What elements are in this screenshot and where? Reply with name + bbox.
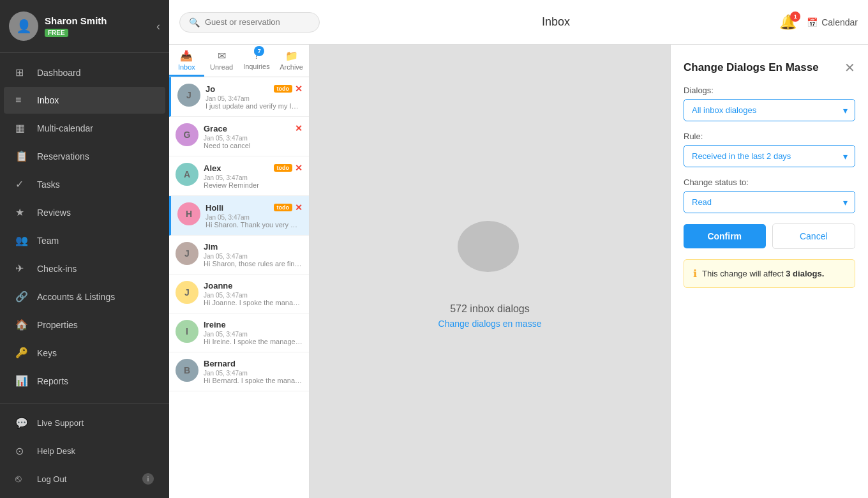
msg-content: Alex todo ✕ Jan 05, 3:47am Review Remind… — [204, 163, 303, 189]
msg-name: Jo — [206, 84, 215, 94]
status-select-wrapper: Read Unread Archived ▾ — [684, 191, 855, 213]
sidebar-item-team[interactable]: 👥 Team — [4, 227, 165, 254]
message-item[interactable]: B Bernard Jan 05, 3:47am Hi Bernard. I s… — [169, 352, 309, 391]
msg-date: Jan 05, 3:47am — [204, 135, 303, 142]
msg-name: Joanne — [204, 281, 233, 290]
calendar-button[interactable]: 📅 Calendar — [807, 17, 858, 27]
sidebar-item-reports[interactable]: 📊 Reports — [4, 367, 165, 395]
message-item[interactable]: J Jim Jan 05, 3:47am Hi Sharon, those ru… — [169, 236, 309, 275]
close-badge[interactable]: ✕ — [295, 84, 303, 94]
topbar-actions: 🔔 1 📅 Calendar — [779, 14, 858, 31]
accounts-icon: 🔗 — [15, 290, 29, 303]
msg-header: Jo todo ✕ — [206, 84, 303, 94]
sidebar-item-tasks[interactable]: ✓ Tasks — [4, 170, 165, 198]
status-field: Change status to: Read Unread Archived ▾ — [684, 177, 855, 213]
message-item[interactable]: J Joanne Jan 05, 3:47am Hi Joanne. I spo… — [169, 275, 309, 313]
modal-title: Change Dialogs En Masse — [684, 61, 819, 74]
sidebar-item-label: Tasks — [37, 179, 60, 190]
sidebar-item-reservations[interactable]: 📋 Reservations — [4, 142, 165, 170]
msg-badges: todo ✕ — [274, 163, 303, 173]
msg-header: Joanne — [204, 281, 303, 290]
message-item[interactable]: H Holli todo ✕ Jan 05, 3:47am Hi Sharon.… — [169, 196, 309, 236]
calendar-icon: ▦ — [15, 122, 29, 134]
msg-name: Alex — [204, 163, 221, 173]
sidebar-item-help-desk[interactable]: ⊙ Help Desk — [4, 437, 165, 465]
sidebar-nav: ⊞ Dashboard ≡ Inbox ▦ Multi-calendar 📋 R… — [0, 53, 169, 403]
msg-content: Jo todo ✕ Jan 05, 3:47am I just update a… — [206, 84, 303, 110]
reports-icon: 📊 — [15, 375, 29, 387]
msg-date: Jan 05, 3:47am — [204, 370, 303, 377]
search-icon: 🔍 — [189, 17, 200, 27]
search-box[interactable]: 🔍 — [179, 12, 320, 33]
sidebar-item-label: Help Desk — [37, 446, 75, 456]
status-select[interactable]: Read Unread Archived — [684, 191, 855, 213]
msg-header: Holli todo ✕ — [206, 202, 303, 213]
msg-date: Jan 05, 3:47am — [204, 174, 303, 181]
message-item[interactable]: A Alex todo ✕ Jan 05, 3:47am Review Remi… — [169, 156, 309, 196]
inbox-tab-icon: 📥 — [180, 50, 193, 62]
rule-field: Rule: Received in the last 2 days Receiv… — [684, 132, 855, 167]
warning-icon: ℹ — [693, 268, 697, 280]
collapse-button[interactable]: ‹ — [156, 20, 160, 33]
inbox-title: Inbox — [333, 15, 779, 29]
msg-content: Grace ✕ Jan 05, 3:47am Need to cancel — [204, 123, 303, 149]
sidebar-item-reviews[interactable]: ★ Reviews — [4, 199, 165, 226]
sidebar-item-log-out[interactable]: ⎋ Log Out i — [4, 465, 165, 492]
msg-date: Jan 05, 3:47am — [206, 95, 303, 102]
confirm-button[interactable]: Confirm — [684, 224, 766, 248]
msg-content: Joanne Jan 05, 3:47am Hi Joanne. I spoke… — [204, 281, 303, 306]
sidebar-item-accounts-listings[interactable]: 🔗 Accounts & Listings — [4, 283, 165, 310]
msg-header: Alex todo ✕ — [204, 163, 303, 173]
dialogs-select[interactable]: All inbox dialoges Unread only Archived … — [684, 99, 855, 121]
sidebar-item-multi-calendar[interactable]: ▦ Multi-calendar — [4, 114, 165, 142]
tab-archive[interactable]: 📁 Archive — [274, 45, 309, 77]
close-badge[interactable]: ✕ — [295, 202, 303, 213]
search-input[interactable] — [205, 17, 307, 27]
msg-content: Bernard Jan 05, 3:47am Hi Bernard. I spo… — [204, 359, 303, 384]
sidebar-item-label: Properties — [37, 320, 78, 330]
modal-buttons: Confirm Cancel — [684, 223, 855, 249]
sidebar-item-label: Dashboard — [37, 68, 81, 78]
tab-inbox[interactable]: 📥 Inbox — [169, 45, 204, 77]
message-item[interactable]: J Jo todo ✕ Jan 05, 3:47am I just update… — [169, 77, 309, 117]
team-icon: 👥 — [15, 234, 29, 246]
change-dialogs-link[interactable]: Change dialogs en masse — [438, 319, 542, 329]
todo-badge: todo — [274, 204, 293, 211]
center-area: 572 inbox dialogs Change dialogs en mass… — [310, 45, 670, 498]
notification-button[interactable]: 🔔 1 — [779, 14, 797, 31]
msg-badges: ✕ — [295, 123, 303, 133]
sidebar-item-label: Reservations — [37, 151, 89, 162]
tab-unread[interactable]: ✉ Unread — [204, 45, 239, 77]
msg-preview: Hi Sharon, those rules are fine b... — [204, 260, 303, 268]
rule-select[interactable]: Received in the last 2 days Received in … — [684, 145, 855, 167]
message-item[interactable]: I Ireine Jan 05, 3:47am Hi Ireine. I spo… — [169, 313, 309, 352]
sidebar-item-inbox[interactable]: ≡ Inbox — [4, 87, 165, 114]
modal-close-button[interactable]: ✕ — [844, 60, 855, 75]
message-item[interactable]: G Grace ✕ Jan 05, 3:47am Need to cancel — [169, 117, 309, 156]
chat-icon — [455, 215, 525, 293]
tab-inquiries[interactable]: ?7 Inquiries — [239, 45, 274, 77]
archive-tab-icon: 📁 — [285, 50, 298, 62]
sidebar-item-dashboard[interactable]: ⊞ Dashboard — [4, 59, 165, 86]
properties-icon: 🏠 — [15, 319, 29, 331]
main-area: 🔍 Inbox 🔔 1 📅 Calendar 📥 Inbox — [169, 0, 868, 498]
close-badge[interactable]: ✕ — [295, 123, 303, 133]
avatar: H — [177, 202, 200, 225]
sidebar-item-label: Check-ins — [37, 264, 77, 274]
msg-preview: Hi Joanne. I spoke the manager... — [204, 299, 303, 306]
sidebar-item-properties[interactable]: 🏠 Properties — [4, 311, 165, 338]
reviews-icon: ★ — [15, 206, 29, 218]
sidebar-item-live-support[interactable]: 💬 Live Support — [4, 409, 165, 437]
live-support-icon: 💬 — [15, 417, 29, 429]
cancel-button[interactable]: Cancel — [772, 223, 856, 249]
sidebar-item-keys[interactable]: 🔑 Keys — [4, 339, 165, 366]
avatar: J — [177, 84, 200, 107]
close-badge[interactable]: ✕ — [295, 163, 303, 173]
todo-badge: todo — [274, 164, 293, 172]
avatar: B — [176, 359, 198, 382]
avatar: A — [176, 163, 198, 186]
sidebar-item-check-ins[interactable]: ✈ Check-ins — [4, 255, 165, 282]
msg-badges: todo ✕ — [274, 202, 303, 213]
modal-title-row: Change Dialogs En Masse ✕ — [684, 60, 855, 75]
modal-panel: Change Dialogs En Masse ✕ Dialogs: All i… — [670, 45, 868, 498]
